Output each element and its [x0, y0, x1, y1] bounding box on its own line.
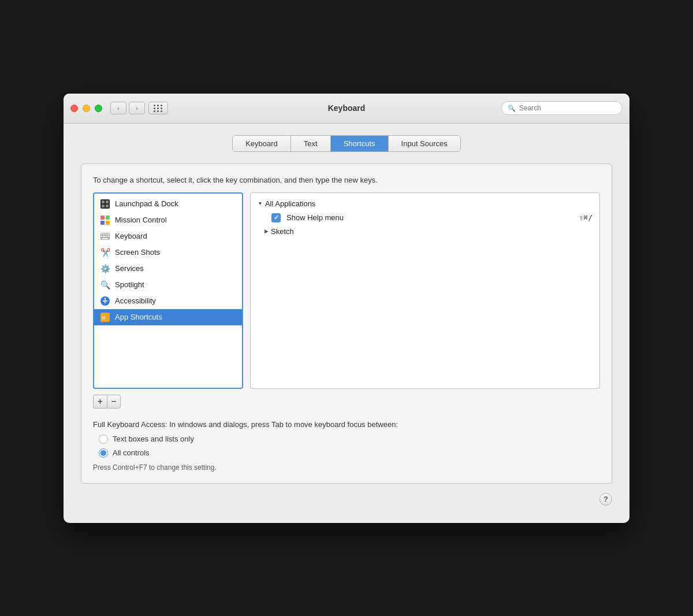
help-button-row: ?	[81, 493, 612, 506]
keyboard-access-label: Full Keyboard Access: In windows and dia…	[93, 420, 600, 429]
tab-bar: Keyboard Text Shortcuts Input Sources	[81, 135, 612, 152]
remove-shortcut-button[interactable]: −	[107, 395, 121, 409]
minimize-button[interactable]	[83, 105, 90, 112]
radio-text-boxes[interactable]: Text boxes and lists only	[99, 435, 600, 444]
radio-text-boxes-label: Text boxes and lists only	[113, 435, 194, 443]
svg-rect-3	[102, 205, 105, 207]
sidebar-item-app-shortcuts[interactable]: ⌘ App Shortcuts	[94, 309, 242, 325]
show-help-label: Show Help menu	[286, 213, 579, 222]
all-applications-label: All Applications	[265, 199, 315, 208]
svg-rect-12	[105, 233, 106, 235]
tab-group: Keyboard Text Shortcuts Input Sources	[232, 135, 461, 152]
collapse-triangle-icon: ▼	[258, 201, 263, 206]
search-box[interactable]: 🔍	[501, 101, 623, 115]
mission-icon	[100, 215, 110, 225]
accessibility-label: Accessibility	[115, 296, 156, 305]
show-help-checkbox[interactable]: ✓	[271, 213, 281, 222]
radio-all-controls-label: All controls	[113, 448, 150, 457]
launchpad-icon	[100, 199, 110, 209]
sidebar-list[interactable]: Launchpad & Dock Mission Control Keyboar…	[93, 192, 243, 389]
app-shortcuts-icon: ⌘	[100, 312, 110, 322]
sidebar-item-accessibility[interactable]: Accessibility	[94, 293, 242, 309]
svg-point-21	[105, 298, 106, 299]
accessibility-icon	[100, 296, 110, 306]
svg-rect-6	[106, 216, 110, 220]
radio-group: Text boxes and lists only All controls	[99, 435, 600, 458]
expand-triangle-icon: ▶	[264, 228, 269, 234]
help-button[interactable]: ?	[599, 493, 612, 506]
tab-keyboard[interactable]: Keyboard	[233, 136, 291, 151]
radio-all-controls-circle	[99, 448, 108, 458]
svg-rect-4	[106, 205, 109, 207]
settings-panel: To change a shortcut, select it, click t…	[81, 164, 612, 484]
svg-rect-13	[106, 233, 107, 235]
svg-rect-14	[108, 233, 109, 235]
sidebar-item-services[interactable]: ⚙️ Services	[94, 261, 242, 277]
svg-rect-17	[106, 236, 107, 237]
add-remove-buttons: + −	[93, 395, 600, 409]
traffic-lights	[70, 105, 102, 112]
svg-rect-1	[102, 201, 105, 203]
svg-rect-2	[106, 201, 109, 203]
sidebar-item-screenshots[interactable]: ✂️ Screen Shots	[94, 244, 242, 261]
maximize-button[interactable]	[95, 105, 102, 112]
search-icon: 🔍	[508, 105, 516, 112]
show-help-keys: ⇧⌘/	[579, 213, 593, 222]
show-help-row: ✓ Show Help menu ⇧⌘/	[251, 211, 599, 225]
svg-rect-15	[101, 236, 102, 237]
tab-text[interactable]: Text	[291, 136, 331, 151]
grid-button[interactable]	[148, 102, 168, 114]
mission-label: Mission Control	[115, 216, 167, 224]
app-shortcuts-label: App Shortcuts	[115, 313, 162, 321]
radio-text-boxes-circle	[99, 435, 108, 444]
window-title: Keyboard	[328, 103, 366, 113]
sidebar-item-keyboard[interactable]: Keyboard	[94, 228, 242, 244]
screenshots-label: Screen Shots	[115, 248, 160, 257]
keyboard-label: Keyboard	[115, 232, 147, 240]
sketch-label: Sketch	[271, 227, 294, 236]
checkmark-icon: ✓	[274, 214, 279, 221]
back-button[interactable]: ‹	[110, 102, 126, 114]
sidebar-item-mission[interactable]: Mission Control	[94, 212, 242, 228]
svg-rect-16	[103, 236, 106, 237]
svg-rect-7	[100, 221, 105, 225]
spotlight-label: Spotlight	[115, 280, 144, 289]
services-icon: ⚙️	[100, 264, 110, 274]
title-bar: ‹ › Keyboard 🔍	[64, 94, 629, 124]
content-area: Keyboard Text Shortcuts Input Sources To…	[64, 124, 629, 523]
launchpad-label: Launchpad & Dock	[115, 199, 178, 208]
close-button[interactable]	[70, 105, 78, 112]
keyboard-icon	[100, 231, 110, 242]
keyboard-access-section: Full Keyboard Access: In windows and dia…	[93, 420, 600, 472]
svg-text:⌘: ⌘	[102, 314, 106, 322]
radio-all-controls[interactable]: All controls	[99, 448, 600, 458]
sketch-row[interactable]: ▶ Sketch	[251, 225, 599, 238]
screenshots-icon: ✂️	[100, 247, 110, 258]
radio-inner-dot	[100, 450, 106, 456]
shortcuts-pane: ▼ All Applications ✓ Show Help menu ⇧⌘/ …	[250, 192, 600, 389]
tab-shortcuts[interactable]: Shortcuts	[331, 136, 389, 151]
svg-rect-18	[108, 236, 109, 237]
instruction-text: To change a shortcut, select it, click t…	[93, 176, 600, 184]
svg-rect-19	[102, 238, 108, 239]
all-applications-header[interactable]: ▼ All Applications	[251, 196, 599, 211]
svg-rect-10	[101, 233, 102, 235]
sidebar-item-launchpad[interactable]: Launchpad & Dock	[94, 196, 242, 212]
nav-buttons: ‹ ›	[110, 102, 145, 114]
forward-button[interactable]: ›	[129, 102, 145, 114]
spotlight-icon: 🔍	[100, 280, 110, 290]
main-window: ‹ › Keyboard 🔍 Keyboard Text Shortcuts I…	[64, 94, 629, 523]
svg-rect-11	[103, 233, 104, 235]
tab-input-sources[interactable]: Input Sources	[389, 136, 460, 151]
services-label: Services	[115, 264, 144, 273]
svg-rect-5	[100, 216, 105, 220]
control-hint-text: Press Control+F7 to change this setting.	[93, 463, 600, 472]
svg-rect-8	[106, 221, 110, 225]
search-input[interactable]	[519, 104, 616, 112]
panes-container: Launchpad & Dock Mission Control Keyboar…	[93, 192, 600, 389]
add-shortcut-button[interactable]: +	[93, 395, 107, 409]
sidebar-item-spotlight[interactable]: 🔍 Spotlight	[94, 277, 242, 293]
grid-icon	[154, 105, 163, 112]
